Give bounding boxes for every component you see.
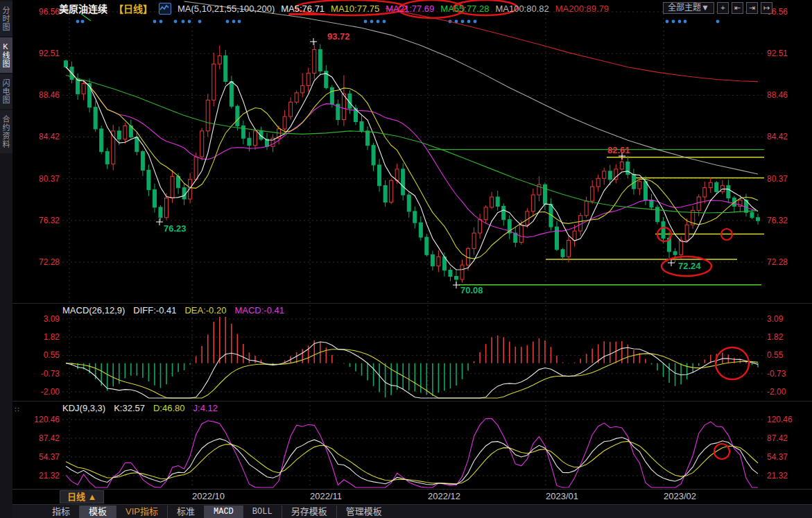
ma-params-label: MA(5,10,21,55,100,200)	[178, 3, 275, 14]
footer-tab-7[interactable]: 管理模板	[336, 506, 391, 518]
macd-dea-value: DEA:-0.20	[184, 305, 226, 316]
chart-footer-divider	[0, 489, 812, 490]
price-axis-label-right-1: 92.51	[767, 49, 810, 58]
sidebar-item-1[interactable]: K线图	[0, 37, 12, 73]
price-axis-label-right-5: 76.32	[767, 216, 810, 225]
macd-axis-label-left-0: 3.09	[17, 314, 60, 324]
date-label-2: 2022/11	[310, 491, 342, 501]
event-dot	[684, 20, 687, 24]
sidebar-item-2[interactable]: 闪电图	[0, 74, 12, 109]
price-annotation: 76.23	[164, 223, 187, 234]
price-axis-label-left-4: 80.37	[17, 174, 60, 184]
date-label-5: 2023/02	[664, 491, 696, 501]
kdj-title: KDJ(9,3,3)	[62, 403, 105, 413]
price-axis-label-left-2: 88.46	[17, 90, 60, 100]
price-axis-label-right-0: 96.56	[767, 7, 810, 17]
macd-axis-label-right-4: -2.00	[767, 387, 810, 397]
macd-axis-label-left-1: 1.82	[17, 332, 60, 342]
theme-dropdown[interactable]: 全部主题▼	[663, 2, 714, 14]
kdj-d-value: D:46.80	[153, 403, 185, 413]
kdj-k-value: K:32.57	[114, 403, 145, 413]
date-label-3: 2022/12	[428, 491, 460, 501]
price-annotation: 93.72	[327, 31, 350, 42]
price-annotation: 70.08	[460, 285, 483, 295]
event-dot	[364, 20, 368, 24]
event-dot	[226, 20, 230, 24]
pan-tool-icon[interactable]: +	[717, 2, 729, 14]
macd-axis-label-right-1: 1.82	[767, 332, 810, 342]
price-axis-label-right-6: 72.28	[767, 257, 810, 267]
event-dot	[370, 20, 374, 24]
event-dot	[678, 20, 682, 24]
footer-tab-bar: 指标模板VIP指标标准MACDBOLL另存模板管理模板	[0, 504, 812, 518]
price-axis-label-right-4: 80.37	[767, 174, 810, 184]
kdj-axis-label-left-3: 21.32	[17, 471, 60, 481]
kline-chart-icon	[159, 3, 171, 15]
date-label-4: 2023/01	[546, 491, 578, 501]
macd-axis-label-right-2: 0.55	[767, 350, 810, 360]
kdj-panel-header: KDJ(9,3,3) K:32.57 D:46.80 J:4.12	[62, 403, 218, 413]
price-axis-label-left-3: 84.42	[17, 132, 60, 141]
period-tag: 【日线】	[114, 1, 153, 15]
price-annotation: 82.61	[607, 145, 630, 155]
macd-axis-label-left-3: -0.73	[17, 369, 60, 379]
kdj-j-value: J:4.12	[193, 403, 218, 413]
price-axis-label-left-1: 92.51	[17, 49, 60, 58]
footer-tab-2[interactable]: VIP指标	[116, 506, 167, 518]
macd-macd-value: MACD:-0.41	[234, 305, 284, 316]
kdj-drag-handle-icon[interactable]: ∷	[15, 406, 19, 413]
scroll-left-icon[interactable]: ⇤	[732, 2, 743, 14]
event-dot	[232, 20, 236, 24]
footer-tab-1[interactable]: 模板	[79, 506, 116, 518]
ma-value-2: MA21:77.69	[386, 3, 434, 14]
event-dot	[672, 20, 675, 24]
app-window: 93.7276.2382.6170.0872.24 分时图K线图闪电图合约资料 …	[0, 0, 812, 518]
kdj-axis-label-left-0: 120.46	[17, 415, 60, 424]
footer-tab-4[interactable]: MACD	[204, 506, 243, 518]
event-dot	[467, 20, 471, 24]
kdj-axis-label-left-1: 87.42	[17, 433, 60, 443]
event-dot	[716, 20, 720, 24]
footer-tab-0[interactable]: 指标	[43, 506, 79, 518]
event-dot	[174, 20, 178, 24]
event-dot	[198, 20, 202, 24]
sidebar: 分时图K线图闪电图合约资料	[0, 0, 12, 518]
page-forward-icon[interactable]: ↦	[761, 2, 772, 14]
kdj-axis-label-right-0: 120.46	[767, 415, 810, 424]
macd-diff-value: DIFF:-0.41	[133, 305, 176, 316]
kdj-axis-label-right-2: 54.37	[767, 452, 810, 462]
ma-value-4: MA100:80.82	[495, 3, 548, 14]
macd-axis-label-left-4: -2.00	[17, 387, 60, 397]
sidebar-item-0[interactable]: 分时图	[0, 1, 12, 36]
macd-axis-label-right-3: -0.73	[767, 369, 810, 379]
footer-tab-3[interactable]: 标准	[167, 506, 204, 518]
ma-value-5: MA200:89.79	[555, 3, 609, 14]
date-label-1: 2022/10	[192, 491, 225, 501]
event-dot	[666, 20, 669, 24]
symbol-title: 美原油连续	[59, 1, 107, 15]
chart-canvas[interactable]: 93.7276.2382.6170.0872.24	[0, 0, 812, 490]
header-controls: 全部主题▼ +⇤⇥↦	[663, 2, 772, 14]
macd-title: MACD(26,12,9)	[62, 305, 125, 316]
event-dot	[182, 20, 185, 24]
price-axis-label-right-3: 84.42	[767, 132, 810, 141]
sidebar-item-3[interactable]: 合约资料	[0, 110, 12, 153]
ma-values: MA5:76.71MA10:77.75MA21:77.69MA55:77.28M…	[281, 3, 609, 14]
scroll-right-icon[interactable]: ⇥	[746, 2, 758, 14]
event-dot	[159, 20, 163, 24]
ma-value-0: MA5:76.71	[281, 3, 325, 14]
chart-header: 美原油连续 【日线】 MA(5,10,21,55,100,200) MA5:76…	[59, 2, 609, 15]
event-dot	[188, 20, 191, 24]
footer-tab-6[interactable]: 另存模板	[282, 506, 336, 518]
price-axis-label-right-2: 88.46	[767, 90, 810, 100]
event-dot	[76, 20, 80, 24]
event-dot	[81, 20, 85, 24]
event-dot	[474, 20, 477, 24]
event-dot	[238, 20, 241, 24]
event-dot	[461, 20, 465, 24]
event-dot	[383, 20, 386, 24]
ma-value-1: MA10:77.75	[331, 3, 379, 14]
footer-tab-5[interactable]: BOLL	[243, 506, 282, 518]
period-selector-button[interactable]: 日线 ▲	[60, 490, 104, 503]
macd-panel-header: MACD(26,12,9) DIFF:-0.41 DEA:-0.20 MACD:…	[62, 305, 284, 316]
